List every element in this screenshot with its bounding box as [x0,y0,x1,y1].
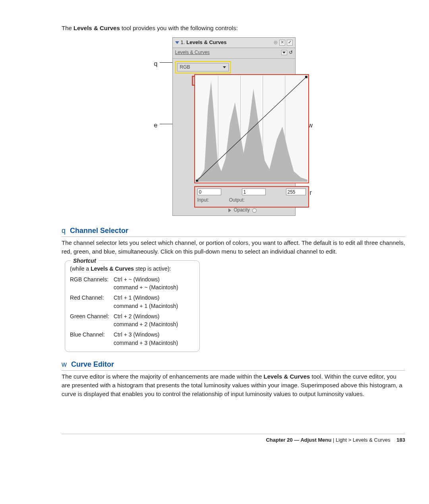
figure-wrap: q e w r 1. Levels & Curves ◎ ✕ ✓ Levels … [154,37,313,216]
panel-preset-caret-icon[interactable] [281,50,287,55]
panel-subheader: Levels & Curves ↺ [173,48,295,59]
shortcut-intro: (while a Levels & Curves step is active)… [70,265,195,273]
intro-paragraph: The Levels & Curves tool provides you wi… [62,24,405,33]
histogram [196,76,307,182]
section-w-title: Curve Editor [71,360,114,368]
panel-title-number: 1. [181,39,185,46]
intro-prefix: The [62,25,73,31]
svg-rect-14 [196,180,198,182]
opacity-row: Opacity [193,207,293,214]
footer-chapter: Chapter 20 — Adjust Menu [266,437,331,443]
opacity-toggle[interactable] [252,208,257,213]
shortcut-row-sub: command + 1 (Macintosh) [114,302,195,310]
shortcut-row-sub: command + 3 (Macintosh) [114,339,195,347]
panel-title-text: Levels & Curves [186,39,226,46]
panel-close-icon[interactable]: ✕ [279,40,285,46]
callout-q: q [154,59,158,68]
intro-suffix: tool provides you with the following con… [120,25,238,31]
shortcut-row: Blue Channel: Ctrl + 3 (Windows) [70,331,195,339]
black-point-input[interactable]: 0 [197,189,221,195]
page-footer: Chapter 20 — Adjust Menu | Light > Level… [62,434,405,444]
white-point-input[interactable]: 255 [286,189,306,195]
panel-apply-icon[interactable]: ✓ [287,40,293,46]
curve-editor[interactable] [194,74,309,183]
shortcut-row-sub: command + 2 (Macintosh) [114,320,195,328]
panel-reset-icon[interactable]: ↺ [289,49,293,56]
svg-rect-15 [305,76,307,78]
section-q-lead: q [62,227,66,235]
section-w-lead: w [62,360,67,368]
section-q-heading: q Channel Selector [62,225,405,237]
panel-dot-icon[interactable]: ◎ [274,39,278,46]
shortcut-row: RGB Channels: Ctrl + ~ (Windows) [70,275,195,283]
intro-toolname: Levels & Curves [73,25,120,31]
section-w-heading: w Curve Editor [62,359,405,371]
shortcut-legend: Shortcut [71,257,99,265]
output-label: Output: [229,197,245,204]
panel-titlebar: 1. Levels & Curves ◎ ✕ ✓ [173,38,295,48]
shortcut-row-sub: command + ~ (Macintosh) [114,283,195,291]
footer-path: Light > Levels & Curves [336,437,390,443]
channel-selector[interactable]: RGB [177,63,229,71]
shortcut-row: Red Channel: Ctrl + 1 (Windows) [70,294,195,302]
opacity-expand-icon[interactable] [228,208,231,212]
channel-value: RGB [180,64,190,71]
levels-curves-panel: 1. Levels & Curves ◎ ✕ ✓ Levels & Curves… [172,37,296,216]
collapse-icon[interactable] [175,41,179,44]
shortcut-box: Shortcut (while a Levels & Curves step i… [65,260,200,352]
footer-page-number: 183 [396,437,405,443]
section-q-title: Channel Selector [70,227,128,235]
callout-r: r [310,188,312,197]
callout-e: e [154,121,158,130]
io-inputs-highlight: 0 1 255 Input: Output: [194,186,309,208]
opacity-label: Opacity [234,207,250,214]
panel-preset-label[interactable]: Levels & Curves [175,49,210,56]
section-w-body: The curve editor is where the majority o… [62,372,405,398]
shortcut-row: Green Channel: Ctrl + 2 (Windows) [70,312,195,320]
channel-caret-icon [223,66,226,68]
input-label: Input: [197,197,209,204]
channel-selector-highlight: RGB [175,61,231,73]
mid-point-input[interactable]: 1 [242,189,266,195]
section-q-body: The channel selector lets you select whi… [62,239,405,256]
